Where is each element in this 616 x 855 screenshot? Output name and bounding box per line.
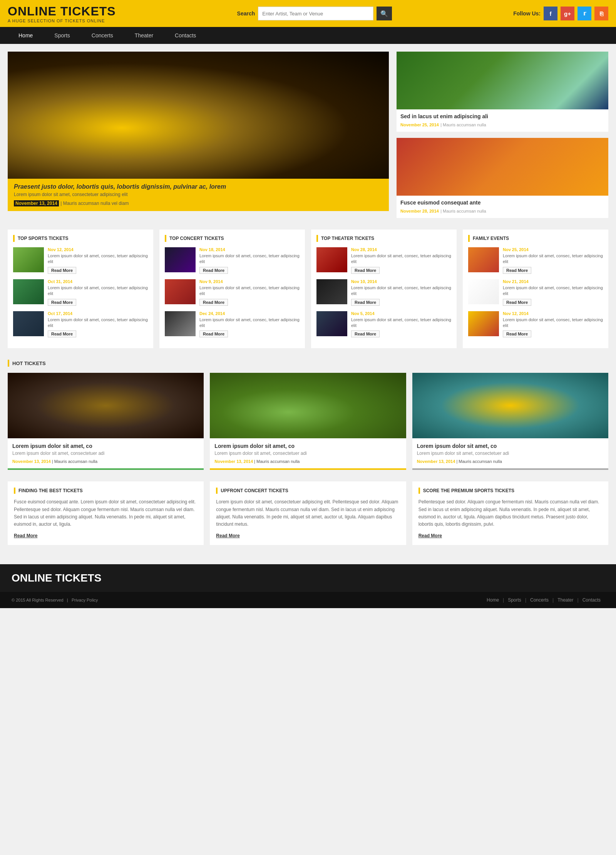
- ticket-read-more[interactable]: Read More: [199, 330, 228, 337]
- nav-sports[interactable]: Sports: [44, 27, 80, 44]
- ticket-text: Lorem ipsum dolor sit amet, consec, tetu…: [199, 317, 300, 329]
- hot-card-title: Lorem ipsum dolor sit amet, co: [417, 443, 604, 449]
- header: ONLINE TICKETS A HUGE SELECTION OF TICKE…: [0, 0, 616, 27]
- article-text: Fusce euismod consequat ante. Lorem ipsu…: [14, 498, 198, 528]
- ticket-thumbnail: [13, 247, 44, 272]
- article-read-more[interactable]: Read More: [418, 533, 442, 538]
- hero-main-title: Praesent justo dolor, lobortis quis, lob…: [14, 183, 383, 190]
- ticket-thumbnail: [13, 279, 44, 304]
- ticket-text: Lorem ipsum dolor sit amet, consec, tetu…: [503, 253, 603, 265]
- hero-card-1-image: [397, 52, 608, 109]
- hero-card-1-author: | Mauris accumsan nulla: [440, 122, 486, 127]
- article-text: Pellentesque sed dolor. Aliquam congue f…: [418, 498, 602, 528]
- ticket-read-more[interactable]: Read More: [351, 299, 380, 306]
- article-bar: [14, 488, 15, 494]
- hero-sidebar: Sed in lacus ut enim adipiscing ali Nove…: [397, 52, 608, 218]
- hot-card-image: [8, 373, 204, 438]
- ticket-col-1: TOP CONCERT TICKETSNov 18, 2014Lorem ips…: [159, 230, 305, 348]
- ticket-read-more[interactable]: Read More: [503, 299, 531, 306]
- footer-nav-item-theater[interactable]: Theater: [554, 597, 577, 603]
- ticket-item: Nov 5, 2014Lorem ipsum dolor sit amet, c…: [316, 311, 451, 338]
- article-title: SCORE THE PREMIUM SPORTS TICKETS: [423, 488, 514, 493]
- follow-label: Follow Us:: [513, 10, 541, 17]
- hot-card-2: Lorem ipsum dolor sit amet, coLorem ipsu…: [412, 373, 608, 470]
- search-input[interactable]: [258, 7, 373, 20]
- ticket-read-more[interactable]: Read More: [48, 330, 76, 337]
- ticket-thumbnail: [468, 311, 499, 336]
- ticket-thumbnail: [316, 279, 347, 304]
- logo: ONLINE TICKETS A HUGE SELECTION OF TICKE…: [8, 4, 116, 23]
- ticket-date: Nov 21, 2014: [503, 279, 603, 284]
- footer-copy: © 2015 All Rights Reserved | Privacy Pol…: [0, 592, 616, 608]
- nav-concerts[interactable]: Concerts: [81, 27, 124, 44]
- privacy-link[interactable]: Privacy Policy: [72, 598, 98, 602]
- hero-card-1-title: Sed in lacus ut enim adipiscing ali: [400, 113, 604, 119]
- hero-section: Praesent justo dolor, lobortis quis, lob…: [8, 52, 608, 218]
- search-button[interactable]: 🔍: [377, 7, 392, 20]
- footer-nav-item-concerts[interactable]: Concerts: [526, 597, 552, 603]
- ticket-date: Nov 10, 2014: [351, 279, 451, 284]
- facebook-icon[interactable]: f: [544, 7, 557, 20]
- hot-card-image: [210, 373, 406, 438]
- ticket-read-more[interactable]: Read More: [199, 299, 228, 306]
- hot-grid: Lorem ipsum dolor sit amet, coLorem ipsu…: [8, 373, 608, 470]
- ticket-read-more[interactable]: Read More: [199, 267, 228, 274]
- ticket-date: Nov 28, 2014: [351, 247, 451, 252]
- hero-main-date: November 13, 2014: [14, 200, 59, 206]
- footer-nav-item-home[interactable]: Home: [483, 597, 503, 603]
- ticket-item: Nov 10, 2014Lorem ipsum dolor sit amet, …: [316, 279, 451, 306]
- hot-card-date: November 13, 2014 | Mauris accumsan null…: [214, 459, 401, 464]
- ticket-col-bar: [468, 235, 470, 242]
- article-read-more[interactable]: Read More: [216, 533, 239, 538]
- ticket-text: Lorem ipsum dolor sit amet, consec, tetu…: [351, 253, 451, 265]
- ticket-text: Lorem ipsum dolor sit amet, consec, tetu…: [199, 285, 300, 297]
- ticket-read-more[interactable]: Read More: [351, 330, 380, 337]
- footer-nav-item-contacts[interactable]: Contacts: [579, 597, 604, 603]
- ticket-col-bar: [13, 235, 15, 242]
- hot-card-date: November 13, 2014 | Mauris accumsan null…: [417, 459, 604, 464]
- ticket-item: Nov 9, 2014Lorem ipsum dolor sit amet, c…: [165, 279, 300, 306]
- ticket-thumbnail: [468, 247, 499, 272]
- articles-grid: FINDING THE BEST TICKETSFusce euismod co…: [8, 481, 608, 545]
- ticket-col-2: TOP THEATER TICKETSNov 28, 2014Lorem ips…: [311, 230, 457, 348]
- ticket-text: Lorem ipsum dolor sit amet, consec, tetu…: [199, 253, 300, 265]
- article-col-0: FINDING THE BEST TICKETSFusce euismod co…: [8, 481, 204, 545]
- ticket-thumbnail: [468, 279, 499, 304]
- hot-section-title: HOT TICKETS: [12, 360, 46, 366]
- ticket-item: Nov 12, 2014Lorem ipsum dolor sit amet, …: [13, 247, 148, 274]
- article-read-more[interactable]: Read More: [14, 533, 37, 538]
- hot-card-0: Lorem ipsum dolor sit amet, coLorem ipsu…: [8, 373, 204, 470]
- hot-section-bar: [8, 360, 9, 367]
- nav-contacts[interactable]: Contacts: [164, 27, 207, 44]
- ticket-thumbnail: [165, 247, 196, 272]
- ticket-read-more[interactable]: Read More: [48, 267, 76, 274]
- ticket-info: Nov 12, 2014Lorem ipsum dolor sit amet, …: [503, 311, 603, 338]
- ticket-text: Lorem ipsum dolor sit amet, consec, tetu…: [351, 285, 451, 297]
- footer-logo: ONLINE TICKETS: [12, 572, 604, 584]
- ticket-info: Nov 28, 2014Lorem ipsum dolor sit amet, …: [351, 247, 451, 274]
- footer-nav-item-sports[interactable]: Sports: [504, 597, 525, 603]
- nav-theater[interactable]: Theater: [124, 27, 164, 44]
- ticket-read-more[interactable]: Read More: [48, 299, 76, 306]
- hero-main: Praesent justo dolor, lobortis quis, lob…: [8, 52, 389, 218]
- nav-home[interactable]: Home: [8, 27, 44, 44]
- hot-card-progress-bar: [8, 468, 204, 470]
- rss-icon[interactable]: ⎘: [594, 7, 608, 20]
- ticket-info: Nov 10, 2014Lorem ipsum dolor sit amet, …: [351, 279, 451, 306]
- ticket-info: Oct 31, 2014Lorem ipsum dolor sit amet, …: [48, 279, 148, 306]
- ticket-item: Nov 18, 2014Lorem ipsum dolor sit amet, …: [165, 247, 300, 274]
- hot-card-date: November 13, 2014 | Mauris accumsan null…: [12, 459, 199, 464]
- ticket-item: Nov 21, 2014Lorem ipsum dolor sit amet, …: [468, 279, 603, 306]
- hot-card-progress-bar: [210, 468, 406, 470]
- hot-card-body: Lorem ipsum dolor sit amet, coLorem ipsu…: [8, 438, 204, 468]
- twitter-icon[interactable]: 𝕣: [578, 7, 591, 20]
- ticket-info: Oct 17, 2014Lorem ipsum dolor sit amet, …: [48, 311, 148, 338]
- ticket-read-more[interactable]: Read More: [503, 267, 531, 274]
- ticket-read-more[interactable]: Read More: [503, 330, 531, 337]
- ticket-item: Nov 12, 2014Lorem ipsum dolor sit amet, …: [468, 311, 603, 338]
- ticket-thumbnail: [13, 311, 44, 336]
- ticket-thumbnail: [165, 311, 196, 336]
- ticket-read-more[interactable]: Read More: [351, 267, 380, 274]
- googleplus-icon[interactable]: g+: [561, 7, 574, 20]
- ticket-date: Oct 31, 2014: [48, 279, 148, 284]
